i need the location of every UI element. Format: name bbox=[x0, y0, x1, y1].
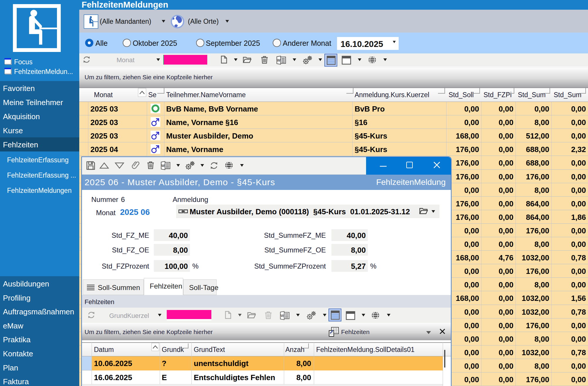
svg-text:W: W bbox=[277, 58, 281, 63]
svg-text:W: W bbox=[161, 164, 165, 168]
svg-text:W: W bbox=[281, 314, 284, 318]
